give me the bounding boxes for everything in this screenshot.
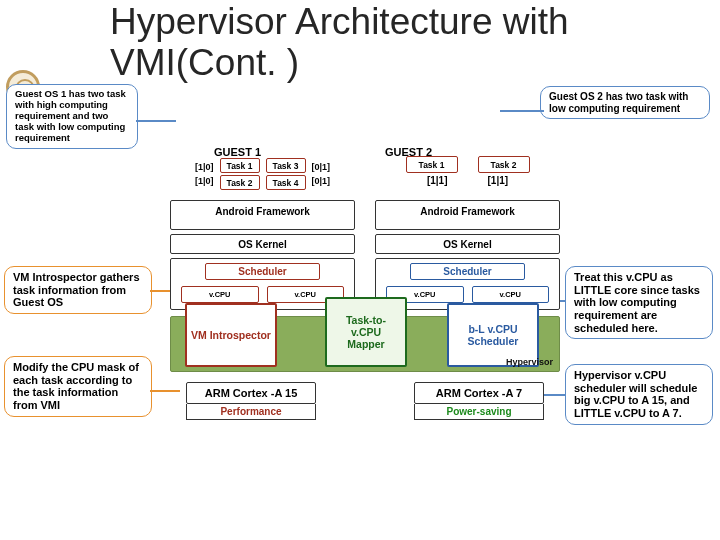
vcpu-box: v.CPU [472,286,550,303]
guest-2-tasks: Task 1 Task 2 [1|1] [1|1] [375,156,560,186]
guest-1-tasks: [1|0] [1|0] Task 1 Task 2 Task 3 Task 4 … [170,158,355,190]
hypervisor-layer: VM Introspector Task-to-v.CPU Mapper b-L… [170,316,560,372]
guest-1-masks-left: [1|0] [1|0] [195,158,214,190]
guest-1-masks-right: [0|1] [0|1] [312,158,331,190]
task-box: Task 4 [266,175,306,190]
task-box: Task 1 [406,156,458,173]
callout-hypervisor-scheduler: Hypervisor v.CPU scheduler will schedule… [565,364,713,425]
architecture-diagram: GUEST 1 [1|0] [1|0] Task 1 Task 2 Task 3… [170,148,560,420]
guest-2-column: GUEST 2 Task 1 Task 2 [1|1] [1|1] Androi… [375,148,560,310]
core-a15-label: ARM Cortex -A 15 [186,382,316,404]
mask: [1|0] [195,176,214,186]
task-to-vcpu-mapper-box: Task-to-v.CPU Mapper [325,297,407,367]
scheduler-label: Scheduler [410,263,525,280]
guest-1-label: GUEST 1 [214,146,261,158]
cores-row: ARM Cortex -A 15 Performance ARM Cortex … [170,382,560,420]
guest-2-header: GUEST 2 Task 1 Task 2 [1|1] [1|1] [375,148,560,196]
guest-1-task-col-right: Task 3 Task 4 [266,158,306,190]
os-kernel-layer: OS Kernel [375,234,560,254]
android-framework-layer: Android Framework [170,200,355,230]
core-a15-sublabel: Performance [186,404,316,420]
callout-vm-introspector: VM Introspector gathers task information… [4,266,152,314]
mask: [1|1] [488,175,509,186]
slide-title: Hypervisor Architecture with VMI(Cont. ) [110,2,569,83]
callout-tail [136,120,176,122]
guests-row: GUEST 1 [1|0] [1|0] Task 1 Task 2 Task 3… [170,148,560,310]
task-box: Task 2 [478,156,530,173]
core-a15: ARM Cortex -A 15 Performance [186,382,316,420]
scheduler-label: Scheduler [205,263,320,280]
vcpu-box: v.CPU [181,286,259,303]
guest-1-task-col-left: Task 1 Task 2 [220,158,260,190]
core-a7: ARM Cortex -A 7 Power-saving [414,382,544,420]
guest-1-header: GUEST 1 [1|0] [1|0] Task 1 Task 2 Task 3… [170,148,355,196]
mask: [0|1] [312,162,331,172]
title-line-2: VMI(Cont. ) [110,42,299,83]
callout-tail [500,110,544,112]
title-line-1: Hypervisor Architecture with [110,1,569,42]
os-kernel-layer: OS Kernel [170,234,355,254]
callout-guest-os2: Guest OS 2 has two task with low computi… [540,86,710,119]
android-framework-layer: Android Framework [375,200,560,230]
mask: [1|0] [195,162,214,172]
mask: [1|1] [427,175,448,186]
guest-1-column: GUEST 1 [1|0] [1|0] Task 1 Task 2 Task 3… [170,148,355,310]
callout-guest-os1: Guest OS 1 has two task with high comput… [6,84,138,149]
task-box: Task 1 [220,158,260,173]
mask: [0|1] [312,176,331,186]
core-a7-label: ARM Cortex -A 7 [414,382,544,404]
callout-modify-mask: Modify the CPU mask of each task accordi… [4,356,152,417]
task-box: Task 2 [220,175,260,190]
core-a7-sublabel: Power-saving [414,404,544,420]
task-box: Task 3 [266,158,306,173]
callout-little-vcpu: Treat this v.CPU as LITTLE core since ta… [565,266,713,339]
vm-introspector-box: VM Introspector [185,303,277,367]
vcpu-row: v.CPU v.CPU [175,286,350,303]
hypervisor-label: Hypervisor [506,357,553,367]
